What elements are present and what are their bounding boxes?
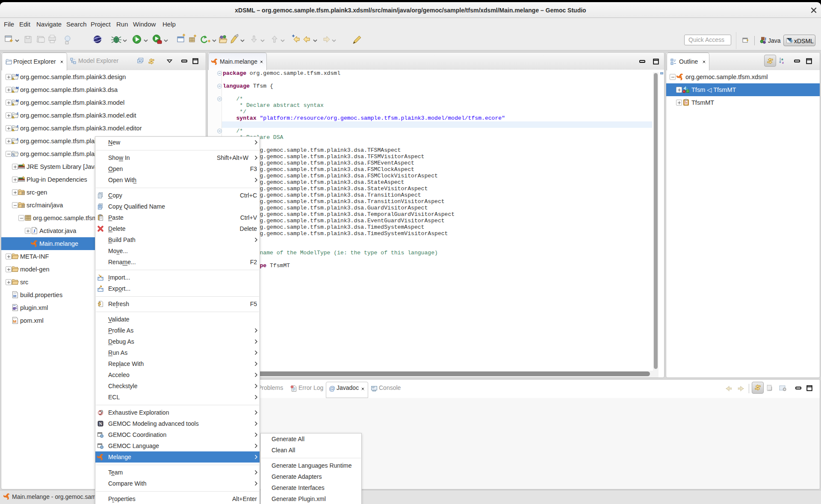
svg-text:M: M	[16, 86, 19, 90]
svg-text:M: M	[13, 319, 17, 324]
svg-text:M: M	[16, 73, 19, 77]
svg-text:N: N	[99, 421, 103, 426]
svg-text:J: J	[16, 137, 18, 141]
svg-text:J: J	[16, 112, 18, 115]
svg-text:@: @	[329, 385, 335, 392]
svg-text:z: z	[782, 60, 784, 65]
svg-text:J: J	[16, 124, 18, 128]
svg-text:J: J	[764, 37, 766, 41]
svg-text:M: M	[16, 99, 19, 103]
svg-text:010: 010	[14, 295, 18, 297]
svg-text:J: J	[33, 229, 35, 233]
